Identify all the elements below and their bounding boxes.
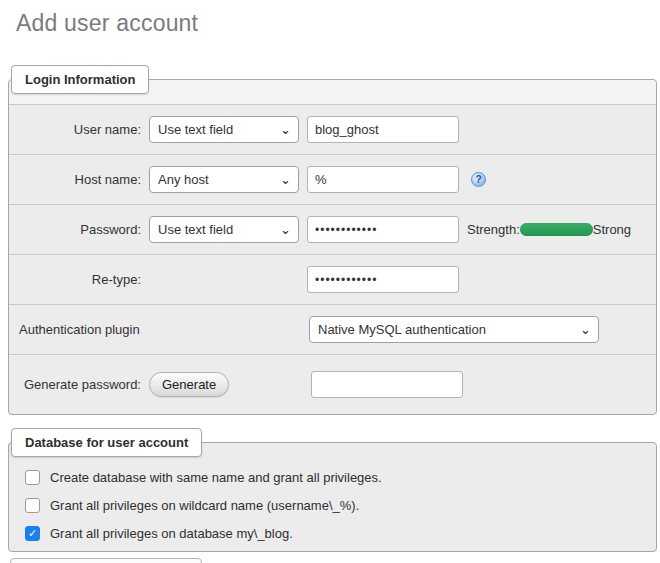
create-database-option-row: Create database with same name and grant… xyxy=(17,463,648,491)
hostname-input[interactable] xyxy=(307,166,459,193)
database-for-user-account-legend: Database for user account xyxy=(11,428,202,457)
hostname-row: Host name: Any host ⌄ ? xyxy=(9,154,656,204)
chevron-down-icon: ⌄ xyxy=(280,168,291,192)
database-for-user-account-fieldset: Database for user account Create databas… xyxy=(8,442,657,552)
login-information-fieldset: Login Information User name: Use text fi… xyxy=(8,79,657,415)
generate-password-row: Generate password: Generate xyxy=(9,354,656,414)
grant-wildcard-option-row: Grant all privileges on wildcard name (u… xyxy=(17,491,648,519)
generated-password-input[interactable] xyxy=(311,371,463,398)
retype-password-input[interactable] xyxy=(307,266,459,293)
username-row: User name: Use text field ⌄ xyxy=(9,104,656,154)
auth-plugin-row: Authentication plugin Native MySQL authe… xyxy=(9,304,656,354)
auth-plugin-select[interactable]: Native MySQL authentication ⌄ xyxy=(309,316,599,343)
password-type-select[interactable]: Use text field ⌄ xyxy=(149,216,299,243)
username-input[interactable] xyxy=(307,116,459,143)
help-icon[interactable]: ? xyxy=(471,172,486,187)
strength-label: Strength: xyxy=(467,222,520,237)
hostname-type-select[interactable]: Any host ⌄ xyxy=(149,166,299,193)
create-database-checkbox[interactable] xyxy=(25,470,40,485)
retype-label: Re-type: xyxy=(15,272,141,287)
password-input[interactable] xyxy=(307,216,459,243)
page-title: Add user account xyxy=(16,10,660,37)
auth-plugin-label: Authentication plugin xyxy=(15,322,301,337)
grant-database-checkbox[interactable]: ✓ xyxy=(25,526,40,541)
retype-row: Re-type: xyxy=(9,254,656,304)
password-type-select-value: Use text field xyxy=(158,222,233,237)
database-options: Create database with same name and grant… xyxy=(9,443,656,551)
grant-database-option-row: ✓ Grant all privileges on database my\_b… xyxy=(17,519,648,547)
generate-password-label: Generate password: xyxy=(15,377,141,392)
username-type-select[interactable]: Use text field ⌄ xyxy=(149,116,299,143)
create-database-option-label: Create database with same name and grant… xyxy=(50,470,382,485)
generate-button[interactable]: Generate xyxy=(149,372,229,397)
grant-database-option-label: Grant all privileges on database my\_blo… xyxy=(50,526,293,541)
hostname-label: Host name: xyxy=(15,172,141,187)
grant-wildcard-checkbox[interactable] xyxy=(25,498,40,513)
username-label: User name: xyxy=(15,122,141,137)
chevron-down-icon: ⌄ xyxy=(280,218,291,242)
password-row: Password: Use text field ⌄ Strength: Str… xyxy=(9,204,656,254)
hostname-type-select-value: Any host xyxy=(158,172,209,187)
login-information-legend: Login Information xyxy=(11,65,149,94)
strength-value: Strong xyxy=(593,222,631,237)
grant-wildcard-option-label: Grant all privileges on wildcard name (u… xyxy=(50,498,359,513)
password-label: Password: xyxy=(15,222,141,237)
strength-meter-bar xyxy=(520,223,593,236)
next-fieldset-partial-legend xyxy=(10,558,202,563)
chevron-down-icon: ⌄ xyxy=(580,318,591,342)
username-type-select-value: Use text field xyxy=(158,122,233,137)
chevron-down-icon: ⌄ xyxy=(280,118,291,142)
auth-plugin-select-value: Native MySQL authentication xyxy=(318,322,486,337)
password-strength: Strength: Strong xyxy=(467,222,631,237)
